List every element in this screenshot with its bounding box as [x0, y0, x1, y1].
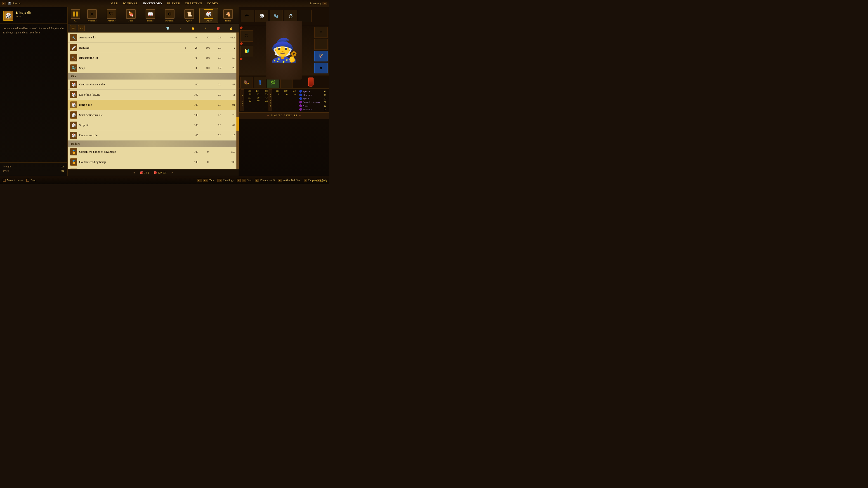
drop-action[interactable]: Drop	[26, 179, 36, 182]
stats-panel: ARMOUR 148 151 88 76 82 53 131 98 43	[239, 89, 329, 176]
weapon-stat: 115	[273, 90, 279, 92]
cat-horse-icon: 🐴	[223, 9, 233, 19]
equip-slot-shoulder[interactable]: 🛡	[240, 30, 253, 41]
cat-tab-horse[interactable]: 🐴 Horse	[219, 8, 237, 23]
list-item[interactable]: 🥈 Silver badge of defence 100 300	[68, 167, 239, 169]
noise-value: 63	[324, 104, 327, 107]
cat-tab-quest[interactable]: 📜 Quest	[180, 8, 198, 23]
list-item[interactable]: 🎲 Saint Antiochus' die 100 0.1 79	[68, 110, 239, 120]
list-item[interactable]: 🔧 Armourer's kit 0 77 0.5 43.8	[68, 33, 239, 43]
nav-crafting[interactable]: CRAFTING	[185, 2, 202, 5]
item-cond: 25	[191, 46, 201, 50]
equip-slot-arm[interactable]: 🔰	[240, 46, 253, 57]
nav-map[interactable]: MAP	[111, 2, 118, 5]
armour-stat: 151	[253, 90, 259, 92]
item-type: Dice	[16, 15, 31, 18]
nav-left: L2 📓 Journal	[2, 2, 21, 5]
tabs-badge-r1: R1	[203, 179, 208, 182]
equip-slot-right3[interactable]: 🏹	[314, 51, 328, 62]
sort-action[interactable]: ⬆ ⬇ Sort	[237, 179, 252, 182]
nav-codex[interactable]: CODEX	[207, 2, 219, 5]
equip-slot-right1[interactable]: ⚔	[314, 27, 328, 38]
cat-tab-weapons[interactable]: ⚔ Weapons	[83, 8, 101, 23]
nav-journal[interactable]: JOURNAL	[123, 2, 138, 5]
speech-value: 15	[324, 90, 327, 93]
diamond-icon	[240, 42, 243, 45]
list-item[interactable]: 🫧 Soap 0 100 0.2 20	[68, 63, 239, 73]
category-header-dice: Dice	[68, 73, 239, 79]
list-item[interactable]: 🎲 Strip die 100 0.1 67	[68, 120, 239, 130]
item-val: 100	[203, 46, 213, 50]
item-name: Bandage	[79, 46, 180, 50]
filter-icon[interactable]: ☰	[70, 25, 76, 31]
list-item[interactable]: 🩹 Bandage 5 25 100 0.1 2	[68, 43, 239, 53]
equip-slot-empty1[interactable]	[299, 10, 312, 22]
item-weight: 0.1	[215, 83, 225, 86]
armour-label: ARMOUR	[241, 90, 244, 111]
item-weight: 0.5	[215, 36, 225, 39]
active-belt-action[interactable]: R Active Belt Slot	[278, 179, 301, 182]
equip-slot-right2[interactable]	[314, 39, 328, 50]
item-name: Soap	[79, 66, 180, 70]
nav-inventory[interactable]: INVENTORY	[143, 2, 163, 5]
change-outfit-action[interactable]: △ Change outfit	[255, 179, 275, 182]
move-to-horse-action[interactable]: Move to horse	[3, 179, 23, 182]
capacity-icon: 🎒	[153, 171, 157, 174]
item-price: 10	[226, 134, 237, 137]
col-header-str: 💪	[188, 27, 198, 30]
weapon-stat: -	[289, 96, 296, 99]
equip-slot-ring[interactable]: 💍	[284, 10, 297, 22]
equip-slot-chest[interactable]: 🥋	[255, 10, 268, 22]
equip-slot-boots[interactable]: 🥾	[240, 76, 252, 88]
weapon-stat: 0	[289, 93, 296, 96]
nav-player[interactable]: PLAYER	[167, 2, 180, 5]
tabs-label: Tabs	[209, 179, 214, 182]
col-header-shirt: 👕	[162, 27, 173, 30]
weapon-stat: 110	[281, 90, 287, 92]
cat-tab-books[interactable]: 📖 Books	[141, 8, 160, 23]
bottom-action-bar: Move to horse Drop L1 R1 Tabs L3 Heading…	[0, 176, 329, 184]
main-level: ◄ MAIN LEVEL 14 ►	[239, 112, 329, 119]
cat-materials-icon: ⚙	[165, 9, 175, 19]
item-icon: 🏅	[70, 158, 77, 166]
equip-slot-helmet[interactable]: ⛑	[241, 10, 254, 22]
scrollbar-track[interactable]	[237, 33, 239, 169]
level-arrow-right: ►	[299, 114, 302, 117]
item-list[interactable]: 🔧 Armourer's kit 0 77 0.5 43.8 🩹 Bandage…	[68, 33, 239, 169]
noise-stat-name: Noise	[299, 104, 309, 107]
cat-tab-materials[interactable]: ⚙ Materials	[160, 8, 179, 23]
weapon-stat: 0	[281, 93, 287, 96]
list-item[interactable]: 🎲 Die of misfortune 100 0.1 11	[68, 90, 239, 100]
list-item-selected[interactable]: 🎲 King's die 100 0.1 91	[68, 100, 239, 110]
sort-az-icon[interactable]: Az	[78, 25, 85, 31]
speed-icon	[299, 97, 302, 100]
journal-button[interactable]: 📓 Journal	[8, 2, 21, 5]
svg-rect-0	[73, 11, 75, 14]
cat-tab-other[interactable]: 🎲 Other	[199, 8, 218, 23]
cat-tab-all[interactable]: All	[69, 8, 82, 23]
list-item[interactable]: 🎲 Unbalanced die 100 0.1 10	[68, 130, 239, 140]
cat-tab-armour[interactable]: 🛡 Armour	[102, 8, 121, 23]
move-to-horse-checkbox[interactable]	[3, 179, 6, 182]
equip-slot-gloves[interactable]: 🧤	[270, 10, 283, 22]
scrollbar-thumb[interactable]	[237, 117, 239, 131]
armour-stat: 82	[253, 93, 259, 96]
tabs-action[interactable]: L1 R1 Tabs	[197, 179, 214, 182]
inventory-bottom-bar: ◄ 🎒 13.2 🎒 129/178 ►	[68, 169, 239, 176]
list-item[interactable]: 🔨 Blacksmith's kit 0 100 0.5 50	[68, 53, 239, 63]
headings-action[interactable]: L3 Headings	[217, 179, 234, 182]
equip-col-right: ⚔ 🏹 🗡	[313, 25, 329, 75]
armour-stat: 53	[261, 93, 268, 96]
list-item[interactable]: 🏅 Carpenter's badge of advantage 100 0 1…	[68, 147, 239, 157]
item-name: Golden wedding badge	[79, 160, 180, 164]
equip-slot-legs[interactable]: 👖	[254, 76, 266, 88]
list-item[interactable]: 🎲 Cautious cheater's die 100 0.1 47	[68, 79, 239, 90]
drop-checkbox[interactable]	[26, 179, 29, 182]
cat-tab-food[interactable]: 🍖 Food	[122, 8, 140, 23]
nav-right: Inventory R2	[310, 2, 327, 5]
inv-prev-arrow[interactable]: ◄	[133, 171, 135, 174]
item-weight: 0.1	[215, 124, 225, 127]
equip-slot-right4[interactable]: 🗡	[314, 63, 328, 73]
list-item[interactable]: 🏅 Golden wedding badge 100 0 500	[68, 157, 239, 167]
inv-next-arrow[interactable]: ►	[171, 171, 174, 174]
